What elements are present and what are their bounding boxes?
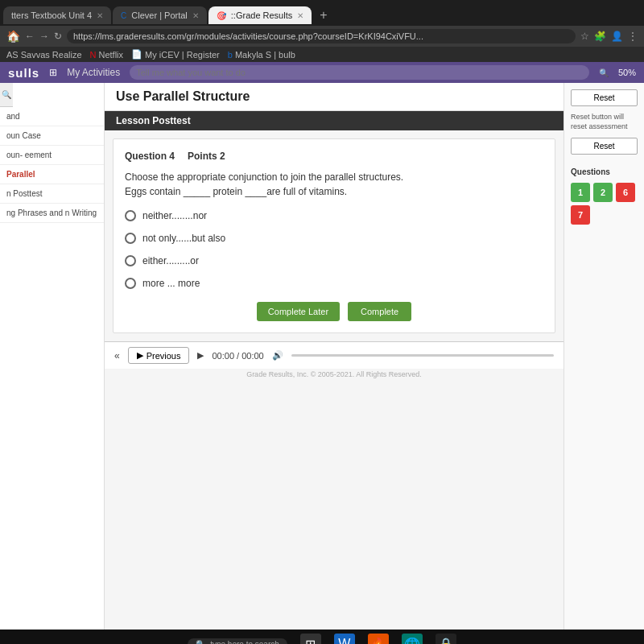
back-icon[interactable]: ← — [25, 31, 35, 42]
taskbar: 🔍 type here to search ⊞ W 🔥 🌐 🔒 — [0, 630, 644, 644]
question-meta: Question 4 Points 2 — [125, 151, 543, 162]
makyla-icon: b — [228, 50, 233, 60]
answer-option-3[interactable]: either.........or — [125, 255, 543, 266]
bookmark-savvas[interactable]: AS Savvas Realize — [6, 50, 82, 60]
address-input[interactable] — [67, 29, 576, 43]
extensions-icon[interactable]: 🧩 — [594, 31, 606, 42]
tab-textbook[interactable]: tters Textbook Unit 4 ✕ — [3, 6, 111, 24]
new-tab-button[interactable]: + — [313, 5, 333, 26]
taskbar-search-icon: 🔍 — [196, 640, 205, 645]
tab-bar: tters Textbook Unit 4 ✕ C Clever | Porta… — [0, 0, 644, 26]
taskbar-windows-icon[interactable]: ⊞ — [300, 634, 321, 644]
prev-icon: ▶ — [137, 350, 143, 361]
refresh-icon[interactable]: ↻ — [54, 31, 62, 42]
answer-option-4[interactable]: more ... more — [125, 278, 543, 289]
icev-icon: 📄 — [131, 49, 142, 60]
bottom-bar: « ▶ Previous ▶ 00:00 / 00:00 🔊 — [105, 341, 564, 369]
sidebar-search-icon[interactable]: 🔍 — [0, 83, 13, 107]
tab-grade-icon: 🎯 — [217, 11, 226, 20]
questions-label: Questions — [571, 167, 638, 176]
my-activities-nav[interactable]: My Activities — [67, 67, 120, 78]
profile-icon[interactable]: 👤 — [611, 31, 623, 42]
main-panel: Use Parallel Structure Lesson Posttest Q… — [105, 83, 564, 630]
home-icon[interactable]: 🏠 — [6, 30, 20, 43]
double-arrow-icon: « — [114, 350, 120, 361]
sidebar-item-posttest[interactable]: n Posttest — [0, 184, 104, 204]
grid-icon: ⊞ — [49, 67, 57, 78]
tab-graderesults[interactable]: 🎯 ::Grade Results ✕ — [208, 6, 312, 24]
tab-clever-icon: C — [121, 11, 126, 20]
tab-close-icon[interactable]: ✕ — [97, 11, 103, 20]
tab-graderesults-label: ::Grade Results — [231, 10, 292, 20]
tab-clever[interactable]: C Clever | Portal ✕ — [113, 6, 207, 24]
radio-1[interactable] — [125, 210, 136, 221]
taskbar-browser-icon[interactable]: 🌐 — [402, 634, 423, 644]
q-num-7[interactable]: 7 — [571, 205, 590, 225]
time-display: 00:00 / 00:00 — [212, 351, 263, 361]
taskbar-word-icon[interactable]: W — [334, 634, 355, 644]
sidebar-item-phrases[interactable]: ng Phrases and n Writing — [0, 204, 104, 223]
my-activities-label: My Activities — [67, 67, 120, 78]
radio-4[interactable] — [125, 278, 136, 289]
netflix-icon: N — [90, 50, 97, 60]
page-title: Use Parallel Structure — [105, 83, 564, 111]
complete-later-button[interactable]: Complete Later — [257, 302, 340, 321]
radio-2[interactable] — [125, 233, 136, 244]
address-bar: 🏠 ← → ↻ ☆ 🧩 👤 ⋮ — [0, 26, 644, 47]
lms-content: 🔍 and oun Case oun- eement Parallel n Po… — [0, 83, 644, 630]
bookmark-icon[interactable]: ☆ — [580, 31, 589, 42]
play-icon[interactable]: ▶ — [197, 350, 204, 361]
complete-button[interactable]: Complete — [348, 302, 411, 321]
right-panel: Reset Reset button will reset assessment… — [564, 83, 644, 630]
reset-description: Reset button will reset assessment — [571, 113, 638, 131]
browser-frame: tters Textbook Unit 4 ✕ C Clever | Porta… — [0, 0, 644, 62]
volume-icon[interactable]: 🔊 — [272, 350, 283, 361]
lms-wrapper: sulls ⊞ My Activities 🔍 50% 🔍 and oun Ca… — [0, 62, 644, 630]
q-num-2[interactable]: 2 — [593, 183, 613, 202]
bookmarks-bar: AS Savvas Realize N Netflix 📄 My iCEV | … — [0, 47, 644, 62]
menu-icon[interactable]: ⋮ — [628, 31, 638, 42]
taskbar-search[interactable]: 🔍 type here to search — [188, 638, 287, 645]
bookmark-makyla[interactable]: b Makyla S | bulb — [228, 50, 295, 60]
section-header: Lesson Posttest — [105, 111, 564, 130]
reset-button-bottom[interactable]: Reset — [571, 138, 638, 155]
answer-option-2[interactable]: not only......but also — [125, 233, 543, 244]
tab-textbook-label: tters Textbook Unit 4 — [11, 10, 92, 20]
global-search-input[interactable] — [130, 65, 589, 80]
bookmark-icev[interactable]: 📄 My iCEV | Register — [131, 49, 220, 60]
bookmark-netflix[interactable]: N Netflix — [90, 50, 124, 60]
taskbar-lock-icon[interactable]: 🔒 — [436, 634, 456, 644]
sidebar-item-noun-case[interactable]: oun Case — [0, 126, 104, 146]
sidebar: 🔍 and oun Case oun- eement Parallel n Po… — [0, 83, 105, 630]
reset-button-top[interactable]: Reset — [571, 89, 638, 106]
footer-text: Grade Results, Inc. © 2005-2021. All Rig… — [105, 369, 564, 380]
question-instruction: Choose the appropriate conjunction to jo… — [125, 170, 543, 199]
question-number: Question 4 — [125, 151, 175, 162]
sidebar-item-parallel[interactable]: Parallel — [0, 165, 104, 184]
q-num-6[interactable]: 6 — [616, 183, 635, 202]
question-area: Question 4 Points 2 Choose the appropria… — [113, 138, 555, 333]
previous-button[interactable]: ▶ Previous — [128, 347, 190, 364]
radio-3[interactable] — [125, 255, 136, 266]
lms-logo: sulls — [8, 66, 39, 80]
taskbar-fire-icon[interactable]: 🔥 — [368, 634, 389, 644]
sidebar-item-and[interactable]: and — [0, 107, 104, 126]
tab-graderesults-close[interactable]: ✕ — [297, 11, 303, 20]
q-num-1[interactable]: 1 — [571, 183, 590, 202]
progress-bar[interactable] — [291, 354, 554, 357]
savvas-icon: AS — [6, 50, 19, 60]
question-points: Points 2 — [188, 151, 225, 162]
tab-clever-label: Clever | Portal — [131, 10, 188, 20]
sidebar-item-noun-agreement[interactable]: oun- eement — [0, 146, 104, 165]
tab-clever-close[interactable]: ✕ — [192, 11, 199, 20]
answer-option-1[interactable]: neither........nor — [125, 210, 543, 221]
search-icon: 🔍 — [599, 68, 609, 77]
action-buttons: Complete Later Complete — [125, 302, 543, 321]
lms-topnav: sulls ⊞ My Activities 🔍 50% — [0, 62, 644, 83]
question-numbers: 1 2 6 7 — [571, 183, 638, 225]
forward-icon[interactable]: → — [39, 31, 49, 42]
percent-badge: 50% — [618, 68, 636, 77]
